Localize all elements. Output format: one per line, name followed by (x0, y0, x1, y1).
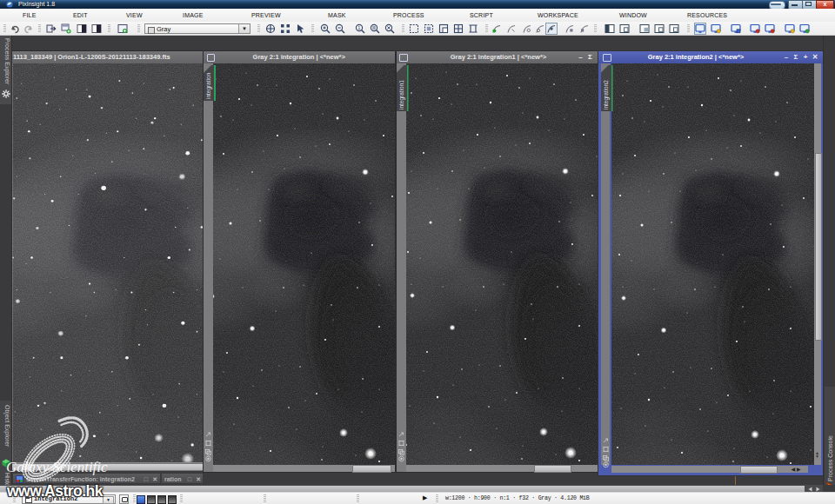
svg-text:1: 1 (357, 25, 360, 30)
